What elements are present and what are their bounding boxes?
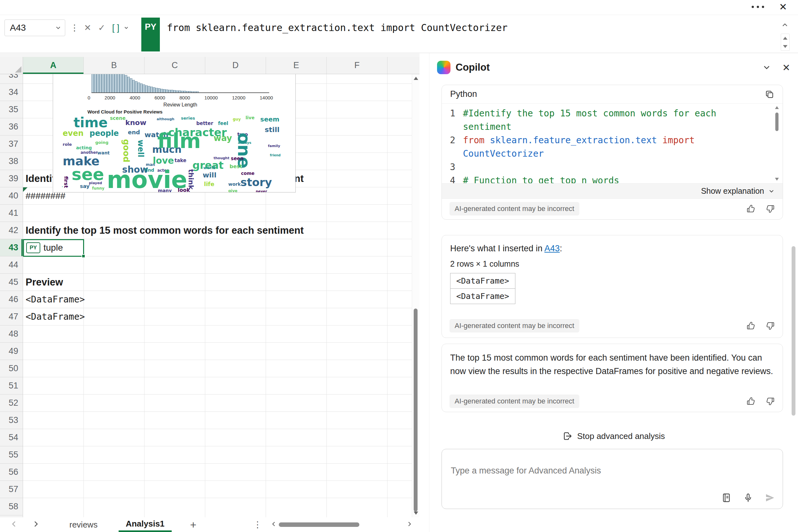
sheet-tab-analysis1[interactable]: Analysis1 <box>119 517 171 532</box>
histogram-bar <box>148 86 150 92</box>
panel-scroll-thumb[interactable] <box>792 246 795 416</box>
embedded-chart[interactable]: 02000400060008000100001200014000 Review … <box>53 74 296 192</box>
copy-icon[interactable] <box>765 90 774 99</box>
formula-kebab-icon[interactable]: ⋮ <box>70 19 79 36</box>
row-header-51[interactable]: 51 <box>0 377 23 395</box>
copilot-input[interactable]: Type a message for Advanced Analysis <box>441 449 783 509</box>
collapse-formula-bar-icon[interactable] <box>781 21 789 29</box>
vertical-scroll-thumb[interactable] <box>414 308 418 512</box>
chevron-down-icon[interactable] <box>55 24 62 31</box>
code-scroll-up-icon[interactable] <box>775 106 779 109</box>
formula-input[interactable]: from sklearn.feature_extraction.text imp… <box>167 22 508 33</box>
column-header-e[interactable]: E <box>266 57 327 74</box>
row-header-40[interactable]: 40 <box>0 187 23 205</box>
row-header-39[interactable]: 39 <box>0 170 23 187</box>
wordcloud-word: many <box>158 188 172 192</box>
horizontal-scroll-thumb[interactable] <box>279 522 359 527</box>
window-close-icon[interactable]: ✕ <box>779 1 787 13</box>
scroll-down-icon[interactable] <box>414 512 418 515</box>
row-header-48[interactable]: 48 <box>0 325 23 343</box>
code-scrollbar[interactable] <box>774 106 781 181</box>
spin-up-icon[interactable] <box>783 37 787 40</box>
microphone-icon[interactable] <box>743 493 753 503</box>
row-header-36[interactable]: 36 <box>0 118 23 136</box>
row-header-33[interactable]: 33 <box>0 74 23 84</box>
select-all-corner[interactable] <box>0 57 23 74</box>
sheet-tab-kebab-icon[interactable]: ⋮ <box>253 517 262 532</box>
row-header-49[interactable]: 49 <box>0 343 23 360</box>
thumbs-down-icon[interactable] <box>765 204 775 213</box>
column-header-a[interactable]: A <box>23 57 84 74</box>
python-badge: PY <box>141 18 160 52</box>
row-header-52[interactable]: 52 <box>0 395 23 412</box>
formula-bar-spinner[interactable] <box>781 34 790 51</box>
summary-text: The top 15 most common words for each se… <box>450 351 774 378</box>
row-header-56[interactable]: 56 <box>0 463 23 481</box>
name-box[interactable]: A43 <box>4 19 65 36</box>
spin-down-icon[interactable] <box>783 45 787 48</box>
cell-a47[interactable]: <DataFrame> <box>25 308 85 325</box>
more-options-icon[interactable] <box>752 6 764 8</box>
insert-result-card: Here's what I inserted in A43: 2 rows × … <box>441 235 783 338</box>
row-header-41[interactable]: 41 <box>0 205 23 222</box>
column-header-b[interactable]: B <box>84 57 145 74</box>
code-block[interactable]: 1#Identify the top 15 most common words … <box>442 103 783 184</box>
hscroll-right-icon[interactable] <box>405 520 413 528</box>
wordcloud-word: look <box>178 188 190 192</box>
row-header-42[interactable]: 42 <box>0 222 23 239</box>
scroll-up-icon[interactable] <box>414 77 418 80</box>
row-header-54[interactable]: 54 <box>0 429 23 446</box>
code-scroll-down-icon[interactable] <box>775 178 779 180</box>
show-explanation-button[interactable]: Show explanation <box>442 184 783 199</box>
row-header-57[interactable]: 57 <box>0 481 23 498</box>
send-icon[interactable] <box>765 493 775 503</box>
thumbs-down-icon[interactable] <box>765 396 775 406</box>
column-header-f[interactable]: F <box>327 57 387 74</box>
enter-icon[interactable]: ✓ <box>95 19 108 36</box>
close-panel-icon[interactable]: ✕ <box>782 62 790 73</box>
python-object-icon[interactable]: [ ] <box>109 19 122 36</box>
cell-a46[interactable]: <DataFrame> <box>25 291 85 308</box>
chevron-down-icon[interactable] <box>122 19 130 36</box>
prev-sheet-icon[interactable] <box>10 520 19 528</box>
row-header-50[interactable]: 50 <box>0 360 23 377</box>
wordcloud-title: Word Cloud for Positive Reviews <box>53 109 197 114</box>
stop-advanced-analysis-button[interactable]: Stop advanced analysis <box>563 431 665 441</box>
row-header-47[interactable]: 47 <box>0 308 23 325</box>
sheet-tab-reviews[interactable]: reviews <box>62 517 104 532</box>
collapse-panel-icon[interactable] <box>762 63 772 72</box>
code-scroll-thumb[interactable] <box>775 113 779 131</box>
row-header-46[interactable]: 46 <box>0 291 23 308</box>
spreadsheet-grid[interactable]: Identify the top 15 most common words fo… <box>23 74 412 517</box>
column-header-c[interactable]: C <box>145 57 205 74</box>
fill-handle[interactable] <box>81 254 86 258</box>
thumbs-up-icon[interactable] <box>746 204 756 213</box>
thumbs-up-icon[interactable] <box>746 396 756 406</box>
cell-a42[interactable]: Identify the top 15 most common words fo… <box>25 222 304 239</box>
hscroll-left-icon[interactable] <box>270 520 278 528</box>
row-header-55[interactable]: 55 <box>0 446 23 463</box>
add-sheet-button[interactable]: + <box>186 517 201 532</box>
row-header-53[interactable]: 53 <box>0 412 23 429</box>
cancel-icon[interactable]: ✕ <box>81 19 94 36</box>
row-header-44[interactable]: 44 <box>0 256 23 274</box>
row-header-38[interactable]: 38 <box>0 153 23 170</box>
row-header-34[interactable]: 34 <box>0 84 23 101</box>
line-number: 4 <box>442 174 463 184</box>
histogram-bar <box>196 92 199 92</box>
row-header-37[interactable]: 37 <box>0 136 23 153</box>
row-header-45[interactable]: 45 <box>0 274 23 291</box>
thumbs-down-icon[interactable] <box>765 321 775 330</box>
grid-vertical-scrollbar[interactable] <box>412 74 419 517</box>
next-sheet-icon[interactable] <box>31 520 40 528</box>
copilot-header: Copilot ✕ <box>437 58 790 77</box>
cell-reference-link[interactable]: A43 <box>545 244 560 253</box>
prompt-library-icon[interactable] <box>721 493 732 503</box>
row-header-58[interactable]: 58 <box>0 498 23 515</box>
cell-a45[interactable]: Preview <box>25 274 63 291</box>
titlebar: ✕ <box>0 0 798 15</box>
column-header-d[interactable]: D <box>205 57 266 74</box>
thumbs-up-icon[interactable] <box>746 321 756 330</box>
row-header-35[interactable]: 35 <box>0 101 23 118</box>
row-header-43[interactable]: 43 <box>0 239 23 256</box>
